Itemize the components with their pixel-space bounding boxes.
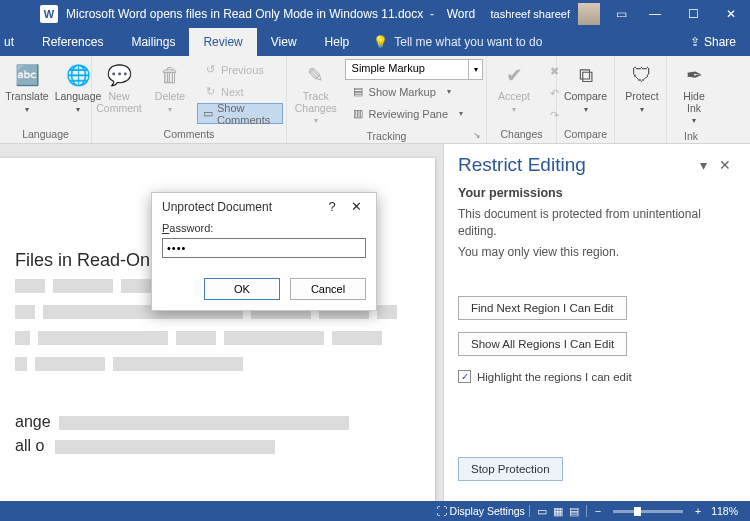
hide-ink-icon: ✒ (680, 61, 708, 89)
ribbon-tabs: ut References Mailings Review View Help … (0, 28, 750, 56)
permissions-desc-2: You may only view this region. (458, 244, 736, 261)
ribbon-display-options-icon[interactable]: ▭ (606, 7, 636, 21)
tab-review[interactable]: Review (189, 28, 256, 56)
translate-icon: 🔤 (13, 61, 41, 89)
pane-title: Restrict Editing (458, 154, 692, 176)
view-print-icon[interactable]: ▦ (550, 505, 566, 518)
group-tracking: ✎ Track Changes ▾ Simple Markup ▾ ▤ Show… (287, 56, 487, 143)
next-icon: ↻ (203, 85, 217, 98)
new-comment-button[interactable]: 💬 New Comment (95, 58, 143, 126)
show-comments-button[interactable]: ▭ Show Comments (197, 103, 283, 124)
group-protect: 🛡 Protect ▾ (615, 56, 667, 143)
ribbon: 🔤 Translate ▾ 🌐 Language ▾ Language 💬 Ne… (0, 56, 750, 144)
compare-button[interactable]: ⧉ Compare ▾ (560, 58, 611, 126)
dialog-title: Unprotect Document (162, 200, 320, 214)
dialog-help-button[interactable]: ? (320, 199, 344, 214)
group-label-changes: Changes (490, 126, 553, 143)
translate-button[interactable]: 🔤 Translate ▾ (3, 58, 51, 126)
group-label-comments: Comments (95, 126, 283, 143)
word-app-icon: W (40, 5, 58, 23)
protect-icon: 🛡 (628, 61, 656, 89)
document-partial-row: all o (15, 437, 405, 455)
group-comments: 💬 New Comment 🗑 Delete ▾ ↺ Previous ↻ Ne… (92, 56, 287, 143)
checkbox-checked-icon: ✓ (458, 370, 471, 383)
track-changes-button[interactable]: ✎ Track Changes ▾ (290, 58, 342, 128)
maximize-button[interactable]: ☐ (674, 0, 712, 28)
highlight-regions-checkbox[interactable]: ✓ Highlight the regions I can edit (458, 370, 736, 383)
compare-icon: ⧉ (572, 61, 600, 89)
pane-close-icon[interactable]: ✕ (714, 157, 736, 173)
group-compare: ⧉ Compare ▾ Compare (557, 56, 615, 143)
zoom-slider[interactable] (613, 510, 683, 513)
group-ink: ✒ Hide Ink ▾ Ink (667, 56, 715, 143)
titlebar: W Microsoft Word opens files in Read Onl… (0, 0, 750, 28)
zoom-out-button[interactable]: − (591, 505, 605, 517)
user-avatar[interactable] (578, 3, 600, 25)
cancel-button[interactable]: Cancel (290, 278, 366, 300)
markup-mode-combo[interactable]: Simple Markup ▾ (345, 59, 483, 80)
previous-icon: ↺ (203, 63, 217, 76)
tab-help[interactable]: Help (311, 28, 364, 56)
previous-comment-button[interactable]: ↺ Previous (197, 59, 283, 80)
dialog-close-icon[interactable]: ✕ (344, 199, 368, 214)
reviewing-pane-icon: ▥ (351, 107, 365, 120)
track-changes-icon: ✎ (302, 61, 330, 89)
stop-protection-button[interactable]: Stop Protection (458, 457, 563, 481)
zoom-percentage[interactable]: 118% (705, 505, 744, 517)
pane-dropdown-icon[interactable]: ▾ (692, 157, 714, 173)
group-language: 🔤 Translate ▾ 🌐 Language ▾ Language (0, 56, 92, 143)
permissions-desc-1: This document is protected from unintent… (458, 206, 736, 240)
reviewing-pane-button[interactable]: ▥ Reviewing Pane ▾ (345, 103, 483, 124)
tab-references[interactable]: References (28, 28, 117, 56)
display-settings-button[interactable]: Display Settings (450, 505, 525, 517)
new-comment-icon: 💬 (105, 61, 133, 89)
close-button[interactable]: ✕ (712, 0, 750, 28)
password-input[interactable] (162, 238, 366, 258)
delete-comment-button[interactable]: 🗑 Delete ▾ (146, 58, 194, 126)
show-markup-button[interactable]: ▤ Show Markup ▾ (345, 81, 483, 102)
zoom-in-button[interactable]: + (691, 505, 705, 517)
minimize-button[interactable]: — (636, 0, 674, 28)
dialog-launcher-icon[interactable]: ↘ (473, 130, 481, 140)
protect-button[interactable]: 🛡 Protect ▾ (618, 58, 666, 138)
accept-icon: ✔ (500, 61, 528, 89)
group-label-protect (618, 138, 663, 143)
group-label-tracking: Tracking ↘ (290, 128, 483, 145)
share-button[interactable]: ⇪ Share (676, 28, 750, 56)
tell-me-search[interactable]: 💡 Tell me what you want to do (363, 28, 552, 56)
chevron-down-icon[interactable]: ▾ (468, 60, 482, 79)
tab-mailings[interactable]: Mailings (117, 28, 189, 56)
document-title: Microsoft Word opens files in Read Only … (66, 7, 483, 21)
permissions-heading: Your permissions (458, 186, 736, 200)
view-read-icon[interactable]: ▭ (534, 505, 550, 518)
group-changes: ✔ Accept ▾ ✖ ↶ ↷ Changes (487, 56, 557, 143)
display-settings-icon[interactable]: ⛶ (433, 505, 450, 517)
group-label-compare: Compare (560, 126, 611, 143)
group-label-language: Language (3, 126, 88, 143)
share-icon: ⇪ (690, 35, 700, 49)
unprotect-document-dialog: Unprotect Document ? ✕ Password: OK Canc… (151, 192, 377, 311)
lightbulb-icon: 💡 (373, 35, 388, 49)
language-icon: 🌐 (64, 61, 92, 89)
accept-button[interactable]: ✔ Accept ▾ (490, 58, 538, 126)
ok-button[interactable]: OK (204, 278, 280, 300)
find-next-region-button[interactable]: Find Next Region I Can Edit (458, 296, 627, 320)
signed-in-user[interactable]: tashreef shareef (483, 8, 579, 20)
tab-view[interactable]: View (257, 28, 311, 56)
show-all-regions-button[interactable]: Show All Regions I Can Edit (458, 332, 627, 356)
restrict-editing-pane: Restrict Editing ▾ ✕ Your permissions Th… (443, 144, 750, 501)
document-partial-word: ange (15, 413, 405, 431)
delete-comment-icon: 🗑 (156, 61, 184, 89)
hide-ink-button[interactable]: ✒ Hide Ink ▾ (670, 58, 718, 128)
password-label: Password: (162, 222, 366, 234)
next-comment-button[interactable]: ↻ Next (197, 81, 283, 102)
view-web-icon[interactable]: ▤ (566, 505, 582, 518)
show-comments-icon: ▭ (203, 107, 213, 120)
tab-layout-partial[interactable]: ut (0, 28, 28, 56)
group-label-ink: Ink (670, 128, 712, 145)
status-bar: ⛶ Display Settings ▭ ▦ ▤ − + 118% (0, 501, 750, 521)
show-markup-icon: ▤ (351, 85, 365, 98)
